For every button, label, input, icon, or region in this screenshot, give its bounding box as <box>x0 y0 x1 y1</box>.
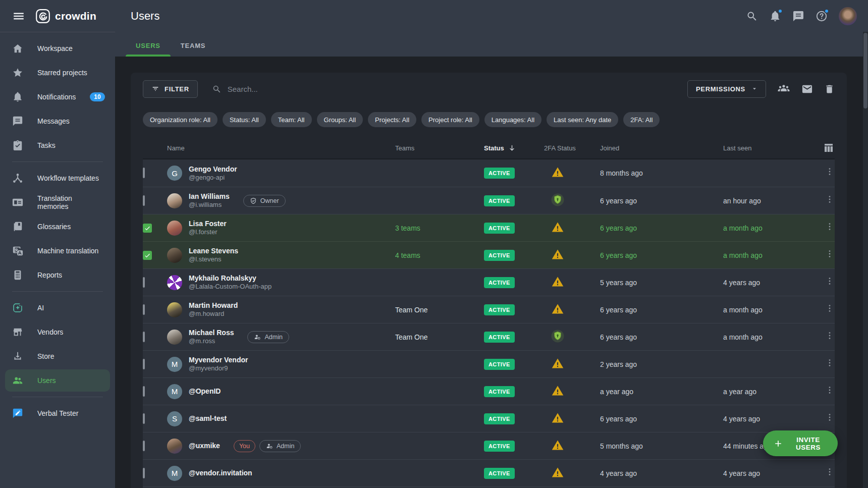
row-checkbox[interactable] <box>143 304 145 315</box>
table-row[interactable]: M@OpenIDACTIVEa year agoa year ago <box>143 377 835 405</box>
table-row[interactable]: MMyvendor Vendor@myvendor9ACTIVE2 years … <box>143 350 835 377</box>
brand-logo[interactable]: crowdin <box>35 9 96 24</box>
table-row[interactable]: Martin Howard@m.howardTeam OneACTIVE6 ye… <box>143 296 835 323</box>
status-badge: ACTIVE <box>484 441 515 452</box>
badge-admin: Admin <box>247 331 289 343</box>
filter-chips: Organization role: AllStatus: AllTeam: A… <box>143 112 835 127</box>
sidebar-item-machine-translation[interactable]: Machine translation <box>5 240 110 262</box>
header-name[interactable]: Name <box>167 144 395 152</box>
table-row[interactable]: Ian Williams@i.williamsOwnerACTIVE6 year… <box>143 187 835 214</box>
row-checkbox[interactable] <box>143 251 152 260</box>
row-menu-icon[interactable] <box>825 358 835 371</box>
row-menu-icon[interactable] <box>825 249 835 262</box>
row-menu-icon[interactable] <box>825 385 835 398</box>
messages-icon[interactable] <box>792 10 804 22</box>
table-row[interactable]: M@vendor.invitationACTIVE4 years ago4 ye… <box>143 459 835 486</box>
status-badge: ACTIVE <box>484 250 515 261</box>
brand-name: crowdin <box>55 10 96 22</box>
row-checkbox[interactable] <box>143 386 145 397</box>
sidebar-item-workflow-templates[interactable]: Workflow templates <box>5 167 110 189</box>
row-menu-icon[interactable] <box>825 467 835 480</box>
menu-icon[interactable] <box>12 10 25 23</box>
header-joined[interactable]: Joined <box>600 144 723 152</box>
filter-chip[interactable]: Projects: All <box>368 112 416 127</box>
table-row[interactable]: Michael Ross@m.rossAdminTeam OneACTIVE6 … <box>143 323 835 350</box>
row-checkbox[interactable] <box>143 441 145 451</box>
header-last-seen[interactable]: Last seen <box>723 144 821 152</box>
user-name: @saml-test <box>189 414 227 423</box>
sidebar-item-tasks[interactable]: Tasks <box>5 134 110 156</box>
header-teams[interactable]: Teams <box>395 144 484 152</box>
row-checkbox[interactable] <box>143 359 145 369</box>
help-icon[interactable] <box>816 10 828 22</box>
user-badges: YouAdmin <box>234 440 301 452</box>
sidebar-item-translation-memories[interactable]: Translation memories <box>5 191 110 213</box>
table-row[interactable]: GGengo Vendor@gengo-apiACTIVE8 months ag… <box>143 159 835 187</box>
search-input[interactable] <box>228 85 399 93</box>
filter-chip[interactable]: 2FA: All <box>623 112 660 127</box>
sidebar-item-messages[interactable]: Messages <box>5 110 110 132</box>
sidebar-item-notifications[interactable]: Notifications10 <box>5 86 110 108</box>
teams-link[interactable]: 3 teams <box>395 224 420 232</box>
table-row[interactable]: S@saml-testACTIVE6 years ago4 years ago <box>143 405 835 432</box>
scrollbar-thumb[interactable] <box>863 33 867 109</box>
last-seen-text: a year ago <box>723 388 756 396</box>
filter-chip[interactable]: Team: All <box>271 112 312 127</box>
table-row[interactable]: @uxmikeYouAdminACTIVE5 months ago44 minu… <box>143 432 835 459</box>
table-row[interactable]: Lisa Foster@l.forster3 teamsACTIVE6 year… <box>143 214 835 241</box>
sidebar-item-workspace[interactable]: Workspace <box>5 37 110 60</box>
filter-chip[interactable]: Organization role: All <box>143 112 218 127</box>
tab-users[interactable]: USERS <box>126 42 171 57</box>
sidebar-item-reports[interactable]: Reports <box>5 264 110 286</box>
table-row[interactable]: Mykhailo Rohalskyy@Lalala-Custom-OAuth-a… <box>143 268 835 296</box>
row-checkbox[interactable] <box>143 195 145 206</box>
user-avatar[interactable] <box>839 7 857 25</box>
add-to-team-icon[interactable] <box>777 82 790 95</box>
permissions-button[interactable]: PERMISSIONS <box>687 80 766 98</box>
column-settings-icon[interactable] <box>823 142 835 154</box>
row-checkbox[interactable] <box>143 224 152 233</box>
row-menu-icon[interactable] <box>825 331 835 344</box>
filter-button[interactable]: FILTER <box>143 80 198 98</box>
header-status[interactable]: Status <box>484 144 544 152</box>
sidebar-item-ai[interactable]: AI <box>5 297 110 319</box>
row-checkbox[interactable] <box>143 468 145 478</box>
filter-chip[interactable]: Status: All <box>223 112 266 127</box>
bell-icon[interactable] <box>769 10 781 22</box>
joined-text: 6 years ago <box>600 306 637 314</box>
sidebar-item-label: Starred projects <box>37 69 87 77</box>
sidebar-item-vendors[interactable]: Vendors <box>5 321 110 343</box>
row-checkbox[interactable] <box>143 413 145 424</box>
row-menu-icon[interactable] <box>825 412 835 425</box>
invite-users-button[interactable]: INVITE USERS <box>763 430 838 456</box>
row-menu-icon[interactable] <box>825 194 835 207</box>
email-icon[interactable] <box>801 83 813 95</box>
row-menu-icon[interactable] <box>825 222 835 235</box>
user-badges: Admin <box>247 331 289 343</box>
sidebar-item-users[interactable]: Users <box>5 369 110 392</box>
table-row[interactable]: Leane Stevens@l.stevens4 teamsACTIVE6 ye… <box>143 241 835 268</box>
sidebar-divider <box>12 291 103 292</box>
row-checkbox[interactable] <box>143 168 145 178</box>
sidebar-item-starred-projects[interactable]: Starred projects <box>5 62 110 84</box>
row-menu-icon[interactable] <box>825 303 835 316</box>
tab-teams[interactable]: TEAMS <box>171 42 216 57</box>
scrollbar[interactable] <box>863 32 868 488</box>
filter-chip[interactable]: Project role: All <box>421 112 479 127</box>
row-checkbox[interactable] <box>143 277 145 288</box>
2fa-warning-icon <box>551 275 564 288</box>
header-2fa[interactable]: 2FA Status <box>544 144 600 152</box>
sidebar-item-verbal-tester[interactable]: Verbal Tester <box>5 402 110 424</box>
filter-chip[interactable]: Last seen: Any date <box>547 112 618 127</box>
row-checkbox[interactable] <box>143 332 145 342</box>
filter-chip[interactable]: Languages: All <box>484 112 541 127</box>
sidebar-item-store[interactable]: Store <box>5 345 110 367</box>
row-menu-icon[interactable] <box>825 167 835 180</box>
2fa-warning-icon <box>551 248 564 261</box>
filter-chip[interactable]: Groups: All <box>317 112 363 127</box>
sidebar-item-glossaries[interactable]: Glossaries <box>5 215 110 238</box>
teams-link[interactable]: 4 teams <box>395 251 420 259</box>
row-menu-icon[interactable] <box>825 276 835 289</box>
search-icon[interactable] <box>746 10 758 22</box>
delete-icon[interactable] <box>824 84 835 94</box>
